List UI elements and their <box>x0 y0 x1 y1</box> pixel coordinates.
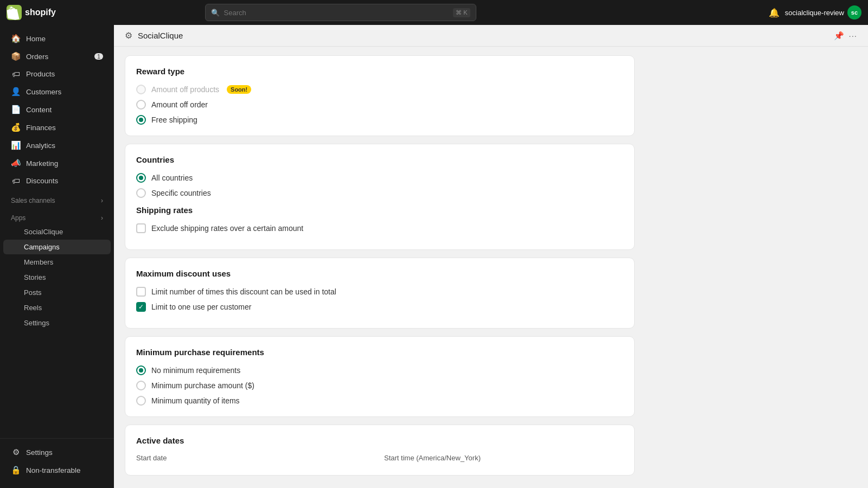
sidebar-sub-label: Reels <box>24 304 42 312</box>
sidebar-item-settings-app[interactable]: Settings <box>3 316 111 330</box>
start-time-field: Start time (America/New_York) <box>384 454 623 464</box>
search-bar[interactable]: 🔍 ⌘ K <box>205 4 476 21</box>
sidebar-item-customers[interactable]: 👤 Customers <box>3 83 111 100</box>
sidebar-item-label: Products <box>26 70 55 78</box>
radio-label-amount-off-order: Amount off order <box>151 100 208 109</box>
apps-section[interactable]: Apps › <box>3 209 111 224</box>
sidebar-sub-label: Settings <box>24 319 49 327</box>
sidebar-item-posts[interactable]: Posts <box>3 285 111 300</box>
checkbox-btn-exclude-shipping <box>136 223 146 233</box>
radio-min-amount[interactable]: Minimum purchase amount ($) <box>136 381 623 390</box>
sidebar-item-label: Settings <box>26 448 53 457</box>
cards-container: Reward type Amount off products Soon! Am… <box>114 47 646 488</box>
account-menu[interactable]: socialclique-review sc <box>785 5 861 20</box>
sidebar-item-analytics[interactable]: 📊 Analytics <box>3 137 111 154</box>
sidebar-sub-label: Campaigns <box>24 243 60 251</box>
radio-btn-free-shipping <box>136 115 146 125</box>
radio-specific-countries[interactable]: Specific countries <box>136 188 623 198</box>
orders-icon: 📦 <box>11 52 21 61</box>
sidebar-item-settings[interactable]: ⚙ Settings <box>3 444 111 461</box>
maximum-discount-card: Maximum discount uses Limit number of ti… <box>125 258 635 329</box>
sidebar-sub-label: Posts <box>24 288 42 297</box>
sidebar-item-content[interactable]: 📄 Content <box>3 101 111 118</box>
notification-bell-icon[interactable]: 🔔 <box>769 8 780 18</box>
sidebar-sub-label: Stories <box>24 273 46 281</box>
analytics-icon: 📊 <box>11 140 21 150</box>
checkbox-exclude-shipping[interactable]: Exclude shipping rates over a certain am… <box>136 223 623 233</box>
sidebar-item-stories[interactable]: Stories <box>3 270 111 285</box>
checkbox-limit-one-per-customer[interactable]: ✓ Limit to one use per customer <box>136 302 623 312</box>
pin-icon[interactable]: 📌 <box>834 31 844 41</box>
sales-channels-section[interactable]: Sales channels › <box>3 191 111 207</box>
minimum-purchase-card: Minimum purchase requirements No minimum… <box>125 336 635 417</box>
marketing-icon: 📣 <box>11 158 21 168</box>
minimum-purchase-title: Minimum purchase requirements <box>136 348 623 357</box>
radio-label-amount-off-products: Amount off products <box>151 85 219 94</box>
shipping-rates-title: Shipping rates <box>136 206 623 215</box>
active-dates-title: Active dates <box>136 436 623 445</box>
sidebar-item-discounts[interactable]: 🏷 Discounts <box>3 172 111 189</box>
checkbox-limit-number[interactable]: Limit number of times this discount can … <box>136 287 623 297</box>
products-icon: 🏷 <box>11 69 21 79</box>
avatar: sc <box>847 5 861 20</box>
sidebar-item-label: Analytics <box>26 142 55 150</box>
sidebar-nav: 🏠 Home 📦 Orders 1 🏷 Products 👤 Customers… <box>0 29 114 434</box>
radio-amount-off-products[interactable]: Amount off products Soon! <box>136 85 623 94</box>
sidebar-item-marketing[interactable]: 📣 Marketing <box>3 155 111 172</box>
radio-btn-min-quantity <box>136 396 146 406</box>
sidebar-item-reels[interactable]: Reels <box>3 300 111 315</box>
radio-all-countries[interactable]: All countries <box>136 173 623 183</box>
logo[interactable]: shopify <box>7 5 56 20</box>
start-date-field: Start date <box>136 454 375 464</box>
shipping-rates-section: Shipping rates Exclude shipping rates ov… <box>136 206 623 233</box>
reward-type-card: Reward type Amount off products Soon! Am… <box>125 55 635 136</box>
topbar-right: 🔔 socialclique-review sc <box>769 5 861 20</box>
radio-free-shipping[interactable]: Free shipping <box>136 115 623 125</box>
sidebar-item-home[interactable]: 🏠 Home <box>3 30 111 47</box>
sidebar-item-label: Discounts <box>26 177 58 185</box>
radio-label-min-quantity: Minimum quantity of items <box>151 396 240 405</box>
sidebar-item-label: Content <box>26 106 52 114</box>
sidebar-item-members[interactable]: Members <box>3 255 111 269</box>
sidebar-item-label: Home <box>26 35 46 43</box>
sidebar-item-finances[interactable]: 💰 Finances <box>3 119 111 136</box>
start-date-label: Start date <box>136 454 375 462</box>
radio-label-free-shipping: Free shipping <box>151 115 197 124</box>
sidebar-item-label: Customers <box>26 88 61 96</box>
sidebar-item-products[interactable]: 🏷 Products <box>3 66 111 82</box>
radio-btn-specific-countries <box>136 188 146 198</box>
customers-icon: 👤 <box>11 87 21 97</box>
checkbox-label-limit-one-per-customer: Limit to one use per customer <box>151 303 251 311</box>
sidebar-item-orders[interactable]: 📦 Orders 1 <box>3 48 111 65</box>
page-title: SocialClique <box>138 31 183 40</box>
soon-badge: Soon! <box>227 85 251 94</box>
search-shortcut: ⌘ K <box>453 8 470 17</box>
apps-label: Apps <box>11 214 25 222</box>
main-content: ⚙ SocialClique 📌 ··· Reward type Amount … <box>114 25 868 488</box>
more-actions-icon[interactable]: ··· <box>848 31 857 41</box>
sidebar: 🏠 Home 📦 Orders 1 🏷 Products 👤 Customers… <box>0 25 114 488</box>
sidebar-item-campaigns[interactable]: Campaigns <box>3 240 111 254</box>
sidebar-sub-label: Members <box>24 258 53 266</box>
chevron-right-icon: › <box>101 197 103 204</box>
radio-min-quantity[interactable]: Minimum quantity of items <box>136 396 623 406</box>
radio-amount-off-order[interactable]: Amount off order <box>136 100 623 110</box>
non-transferable-icon: 🔒 <box>11 465 21 475</box>
discounts-icon: 🏷 <box>11 176 21 185</box>
radio-no-minimum[interactable]: No minimum requirements <box>136 365 623 375</box>
search-icon: 🔍 <box>211 9 220 17</box>
sub-header: ⚙ SocialClique 📌 ··· <box>114 25 868 47</box>
search-input[interactable] <box>224 9 449 17</box>
home-icon: 🏠 <box>11 34 21 43</box>
sidebar-item-label: Marketing <box>26 159 58 168</box>
sub-header-actions: 📌 ··· <box>834 31 857 41</box>
sidebar-item-socialclique[interactable]: SocialClique <box>3 224 111 239</box>
settings-icon: ⚙ <box>11 447 21 457</box>
radio-label-no-minimum: No minimum requirements <box>151 366 240 375</box>
checkbox-btn-limit-one-per-customer: ✓ <box>136 302 146 312</box>
radio-btn-no-minimum <box>136 365 146 375</box>
sidebar-item-non-transferable[interactable]: 🔒 Non-transferable <box>3 461 111 479</box>
radio-btn-all-countries <box>136 173 146 183</box>
countries-title: Countries <box>136 155 623 164</box>
checkbox-btn-limit-number <box>136 287 146 297</box>
